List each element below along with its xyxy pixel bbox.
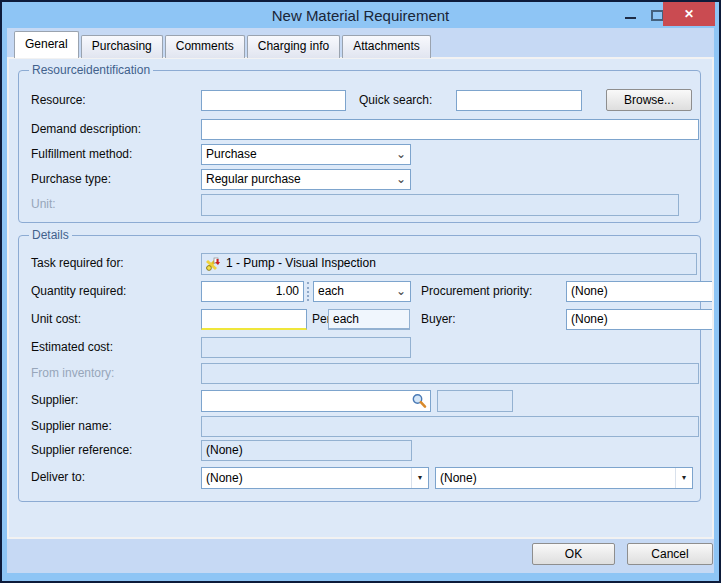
window-title: New Material Requirement bbox=[2, 7, 719, 24]
buyer-label: Buyer: bbox=[421, 309, 456, 330]
fulfillment-method-select[interactable]: Purchase ⌄ bbox=[201, 144, 411, 165]
tab-comments[interactable]: Comments bbox=[165, 35, 245, 58]
quantity-uom-select[interactable]: each ⌄ bbox=[313, 281, 411, 302]
supplier-code-field bbox=[437, 390, 513, 412]
unit-field bbox=[201, 194, 679, 216]
resource-label: Resource: bbox=[31, 90, 86, 111]
task-required-for-field: 1 - Pump - Visual Inspection bbox=[201, 253, 697, 275]
supplier-name-label: Supplier name: bbox=[31, 416, 112, 437]
quantity-spinner[interactable] bbox=[307, 282, 309, 301]
fulfillment-method-value: Purchase bbox=[206, 147, 257, 161]
procurement-priority-label: Procurement priority: bbox=[421, 281, 532, 302]
quick-search-label: Quick search: bbox=[359, 90, 432, 111]
browse-button[interactable]: Browse... bbox=[606, 89, 692, 111]
supplier-label: Supplier: bbox=[31, 390, 78, 411]
tab-general[interactable]: General bbox=[14, 31, 79, 58]
supplier-reference-field: (None) bbox=[201, 440, 412, 461]
dialog-client-area: General Purchasing Comments Charging inf… bbox=[7, 28, 714, 573]
purchase-type-label: Purchase type: bbox=[31, 169, 111, 190]
task-required-for-label: Task required for: bbox=[31, 253, 124, 274]
from-inventory-field bbox=[201, 363, 699, 384]
tab-strip: General Purchasing Comments Charging inf… bbox=[14, 31, 433, 58]
quantity-required-input[interactable]: 1.00 bbox=[201, 281, 304, 302]
magnifier-icon[interactable] bbox=[411, 393, 427, 409]
deliver-to-value-2: (None) bbox=[440, 471, 477, 485]
purchase-type-value: Regular purchase bbox=[206, 172, 301, 186]
close-button[interactable]: ✕ bbox=[663, 2, 715, 26]
dialog-window: New Material Requirement ✕ General Purch… bbox=[0, 0, 721, 583]
task-required-for-value: 1 - Pump - Visual Inspection bbox=[226, 256, 376, 270]
tab-page-general: Resourceidentification Resource: Quick s… bbox=[7, 57, 714, 539]
procurement-priority-field[interactable]: (None) bbox=[566, 281, 714, 302]
deliver-to-select-2[interactable]: (None) ▾ bbox=[435, 467, 693, 489]
unit-label: Unit: bbox=[31, 194, 56, 215]
per-uom-field[interactable]: each bbox=[328, 309, 410, 330]
chevron-down-icon: ⌄ bbox=[396, 170, 406, 188]
estimated-cost-field bbox=[201, 337, 411, 358]
estimated-cost-label: Estimated cost: bbox=[31, 337, 113, 358]
chevron-down-icon: ⌄ bbox=[396, 282, 406, 300]
quantity-uom-value: each bbox=[318, 284, 344, 298]
minimize-icon[interactable] bbox=[625, 17, 636, 19]
purchase-type-select[interactable]: Regular purchase ⌄ bbox=[201, 169, 411, 190]
task-tools-icon bbox=[205, 256, 222, 273]
group-details-legend: Details bbox=[29, 228, 72, 242]
fulfillment-method-label: Fulfillment method: bbox=[31, 144, 132, 165]
supplier-input[interactable] bbox=[201, 390, 431, 412]
supplier-name-field bbox=[201, 416, 699, 437]
chevron-down-icon: ⌄ bbox=[396, 145, 406, 163]
group-resource-identification-legend: Resourceidentification bbox=[29, 63, 153, 77]
dropdown-triangle-icon: ▾ bbox=[675, 468, 692, 488]
dropdown-triangle-icon: ▾ bbox=[411, 468, 428, 488]
quick-search-input[interactable] bbox=[456, 90, 582, 111]
demand-description-label: Demand description: bbox=[31, 119, 141, 140]
demand-description-input[interactable] bbox=[201, 119, 699, 140]
deliver-to-select-1[interactable]: (None) ▾ bbox=[201, 467, 429, 489]
tab-attachments[interactable]: Attachments bbox=[342, 35, 431, 58]
tab-charging-info[interactable]: Charging info bbox=[247, 35, 340, 58]
quantity-required-label: Quantity required: bbox=[31, 281, 126, 302]
from-inventory-label: From inventory: bbox=[31, 363, 114, 384]
resource-input[interactable] bbox=[201, 90, 346, 111]
unit-cost-label: Unit cost: bbox=[31, 309, 81, 330]
tab-purchasing[interactable]: Purchasing bbox=[81, 35, 163, 58]
unit-cost-input[interactable] bbox=[201, 309, 307, 330]
ok-button[interactable]: OK bbox=[532, 543, 615, 565]
cancel-button[interactable]: Cancel bbox=[627, 543, 713, 565]
deliver-to-label: Deliver to: bbox=[31, 467, 85, 488]
deliver-to-value-1: (None) bbox=[206, 471, 243, 485]
titlebar[interactable]: New Material Requirement ✕ bbox=[2, 2, 719, 28]
buyer-field[interactable]: (None) bbox=[566, 309, 714, 330]
supplier-reference-label: Supplier reference: bbox=[31, 440, 132, 461]
